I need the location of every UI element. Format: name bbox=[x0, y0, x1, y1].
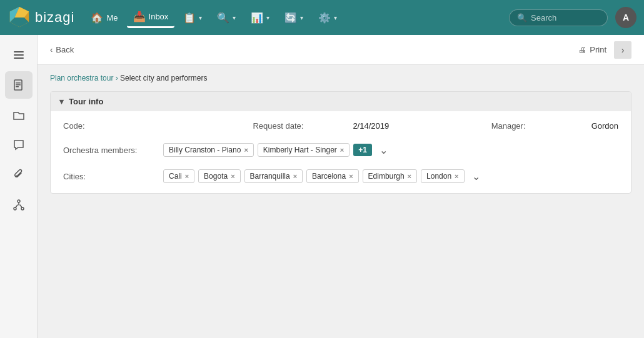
content-topbar: ‹ Back 🖨 Print › bbox=[38, 35, 644, 65]
back-button[interactable]: ‹ Back bbox=[50, 45, 74, 54]
tag-edimburgh-label: Edimburgh bbox=[368, 172, 405, 181]
breadcrumb-separator: › bbox=[116, 74, 118, 82]
scheduler-icon: 🔄 bbox=[284, 12, 297, 24]
tag-billy-label: Billy Cranston - Piano bbox=[169, 146, 241, 154]
settings-icon: ⚙️ bbox=[318, 12, 331, 24]
request-date-label: Request date: bbox=[253, 121, 340, 131]
tag-billy-remove[interactable]: × bbox=[244, 146, 248, 154]
tag-barranquilla-remove[interactable]: × bbox=[293, 172, 297, 180]
tag-london: London × bbox=[421, 169, 464, 183]
tag-billy-cranston: Billy Cranston - Piano × bbox=[163, 143, 254, 157]
card-title: Tour info bbox=[69, 97, 103, 106]
nav-scheduler[interactable]: 🔄 ▾ bbox=[278, 8, 309, 27]
breadcrumb: Plan orchestra tour › Select city and pe… bbox=[38, 65, 644, 91]
tag-cali-label: Cali bbox=[169, 172, 182, 181]
cities-dropdown-icon[interactable]: ⌄ bbox=[472, 171, 480, 182]
manager-label: Manager: bbox=[491, 121, 579, 131]
nav-me[interactable]: 🏠 Me bbox=[84, 8, 124, 27]
cities-tags: Cali × Bogota × Barranquilla × Barcelo bbox=[163, 169, 618, 183]
row-cities: Cities: Cali × Bogota × Barranquilla × bbox=[63, 169, 618, 183]
print-label: Print bbox=[590, 45, 606, 54]
nav-processes[interactable]: 📋 ▾ bbox=[177, 8, 208, 27]
inbox-icon: 📥 bbox=[133, 11, 146, 22]
processes-icon: 📋 bbox=[183, 12, 196, 24]
avatar[interactable]: A bbox=[615, 7, 636, 28]
orchestra-extra-badge[interactable]: +1 bbox=[353, 144, 372, 156]
svg-rect-5 bbox=[14, 54, 24, 56]
print-button[interactable]: 🖨 Print bbox=[578, 45, 606, 54]
reports-icon: 📊 bbox=[251, 12, 263, 24]
nav-settings[interactable]: ⚙️ ▾ bbox=[312, 8, 343, 27]
sidebar-icon-document[interactable] bbox=[5, 71, 33, 99]
settings-arrow: ▾ bbox=[334, 14, 337, 21]
card-header: ▾ Tour info bbox=[51, 92, 631, 111]
tag-bogota-label: Bogota bbox=[204, 172, 228, 181]
scheduler-arrow: ▾ bbox=[300, 14, 303, 21]
nav-search[interactable]: 🔍 ▾ bbox=[211, 8, 242, 27]
sidebar-icon-list1[interactable] bbox=[5, 41, 33, 69]
processes-arrow: ▾ bbox=[199, 14, 202, 21]
sidebar bbox=[0, 35, 38, 338]
svg-rect-9 bbox=[16, 84, 21, 86]
row-code: Code: Request date: 2/14/2019 Manager: G… bbox=[63, 121, 618, 131]
nav-inbox-label: Inbox bbox=[149, 12, 169, 21]
tag-kimberly-remove[interactable]: × bbox=[340, 146, 344, 154]
orchestra-members-label: Orchestra members: bbox=[63, 146, 151, 155]
tag-kimberly-hart: Kimberly Hart - Singer × bbox=[258, 143, 350, 157]
tag-edimburgh: Edimburgh × bbox=[363, 169, 417, 183]
content-area: ‹ Back 🖨 Print › Plan orchestra tour › S… bbox=[38, 35, 644, 338]
breadcrumb-step1[interactable]: Plan orchestra tour bbox=[50, 74, 113, 82]
tag-bogota: Bogota × bbox=[198, 169, 240, 183]
reports-arrow: ▾ bbox=[266, 14, 269, 21]
orchestra-dropdown-icon[interactable]: ⌄ bbox=[380, 144, 388, 156]
tour-info-card: ▾ Tour info Code: Request date: 2/14/201… bbox=[50, 91, 631, 194]
back-chevron-icon: ‹ bbox=[50, 45, 53, 54]
tag-barcelona: Barcelona × bbox=[306, 169, 358, 183]
brand-name: bizagi bbox=[35, 9, 74, 26]
svg-rect-4 bbox=[14, 51, 24, 52]
sidebar-icon-chat[interactable] bbox=[5, 131, 33, 159]
brand-logo[interactable]: bizagi bbox=[8, 6, 74, 29]
manager-value: Gordon bbox=[591, 121, 618, 131]
code-label: Code: bbox=[63, 121, 151, 131]
svg-rect-8 bbox=[16, 82, 21, 84]
tag-edimburgh-remove[interactable]: × bbox=[408, 172, 411, 180]
tag-london-label: London bbox=[426, 172, 451, 181]
tag-kimberly-label: Kimberly Hart - Singer bbox=[263, 146, 337, 154]
tag-cali: Cali × bbox=[163, 169, 194, 183]
search-box[interactable]: 🔍 bbox=[509, 9, 608, 26]
printer-icon: 🖨 bbox=[578, 45, 586, 54]
sidebar-icon-workflow[interactable] bbox=[5, 191, 33, 219]
breadcrumb-step2: Select city and performers bbox=[120, 74, 207, 82]
search-icon: 🔍 bbox=[517, 13, 527, 22]
card-body: Code: Request date: 2/14/2019 Manager: G… bbox=[51, 111, 631, 193]
navbar: bizagi 🏠 Me 📥 Inbox 📋 ▾ 🔍 ▾ 📊 ▾ 🔄 ▾ ⚙️ ▾… bbox=[0, 0, 644, 35]
nav-me-label: Me bbox=[106, 13, 118, 22]
tag-barranquilla: Barranquilla × bbox=[244, 169, 303, 183]
tag-barcelona-remove[interactable]: × bbox=[349, 172, 353, 180]
sidebar-icon-folder[interactable] bbox=[5, 101, 33, 129]
home-icon: 🏠 bbox=[91, 12, 103, 24]
main-layout: ‹ Back 🖨 Print › Plan orchestra tour › S… bbox=[0, 35, 644, 338]
nav-inbox[interactable]: 📥 Inbox bbox=[127, 7, 175, 28]
collapse-panel-button[interactable]: › bbox=[614, 41, 631, 59]
search-nav-arrow: ▾ bbox=[233, 14, 236, 21]
nav-reports[interactable]: 📊 ▾ bbox=[244, 8, 276, 27]
svg-rect-6 bbox=[14, 57, 24, 59]
tag-barcelona-label: Barcelona bbox=[312, 172, 346, 181]
cities-label: Cities: bbox=[63, 172, 151, 181]
tag-bogota-remove[interactable]: × bbox=[231, 172, 234, 180]
row-orchestra: Orchestra members: Billy Cranston - Pian… bbox=[63, 143, 618, 157]
search-nav-icon: 🔍 bbox=[217, 12, 229, 24]
tag-cali-remove[interactable]: × bbox=[185, 172, 189, 180]
back-label: Back bbox=[56, 45, 74, 54]
request-date-value: 2/14/2019 bbox=[353, 121, 389, 131]
tag-london-remove[interactable]: × bbox=[455, 172, 458, 180]
svg-rect-10 bbox=[16, 86, 19, 87]
search-input[interactable] bbox=[531, 13, 600, 22]
sidebar-icon-attachment[interactable] bbox=[5, 161, 33, 189]
orchestra-members-tags: Billy Cranston - Piano × Kimberly Hart -… bbox=[163, 143, 618, 157]
collapse-icon[interactable]: ▾ bbox=[59, 97, 64, 106]
tag-barranquilla-label: Barranquilla bbox=[250, 172, 290, 181]
